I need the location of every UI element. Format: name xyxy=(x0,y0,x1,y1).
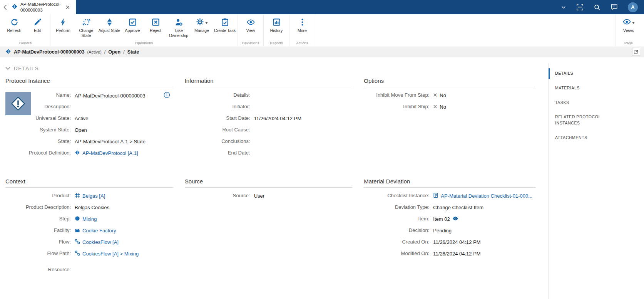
field-row: Root Cause: xyxy=(185,126,353,138)
protocol-diamond-icon xyxy=(5,49,11,55)
info-icon[interactable] xyxy=(164,92,170,99)
reject-button[interactable]: Reject xyxy=(144,16,167,33)
refresh-icon xyxy=(10,17,19,27)
adjust-state-button[interactable]: Adjust State xyxy=(98,16,121,33)
views-button[interactable]: Views xyxy=(617,16,640,33)
checklist-instance-link[interactable]: AP-Material Deviation Checklist-01-000..… xyxy=(441,193,532,199)
chevron-down-icon xyxy=(205,19,208,25)
product-link[interactable]: Belgas [A] xyxy=(82,193,105,199)
field-row: Conclusions: xyxy=(185,138,353,150)
ribbon-group-operations: Perform Change State Adjust State Approv… xyxy=(50,14,238,47)
ribbon-group-actions: More Actions xyxy=(289,14,315,47)
field-row: Protocol Definition: AP-MatDevProtocol [… xyxy=(5,150,173,161)
more-button[interactable]: More xyxy=(291,16,314,33)
flow-path-link[interactable]: CookiesFlow [A] > Mixing xyxy=(82,251,139,257)
field-row: Product: Belgas [A] xyxy=(5,192,173,204)
close-tab-icon[interactable] xyxy=(66,5,70,9)
breadcrumb-node-open: Open xyxy=(108,49,120,55)
field-value: Active xyxy=(75,115,173,122)
field-row: Resource: xyxy=(5,266,173,278)
field-value: AP-MatDevProtocol-A-1 > State xyxy=(75,138,173,145)
field-value xyxy=(254,126,353,134)
field-label: Flow: xyxy=(5,239,75,245)
field-row: Source: User xyxy=(185,192,353,204)
button-label: Take Ownership xyxy=(167,28,190,38)
field-label: Initiator: xyxy=(185,103,254,109)
field-row: Created On: 11/26/2024 04:12 PM xyxy=(364,239,535,250)
field-label: Details: xyxy=(185,92,254,98)
create-task-button[interactable]: Create Task xyxy=(213,16,236,33)
topbar-actions: A xyxy=(561,0,644,14)
ribbon-group-general: Refresh Edit General xyxy=(2,14,50,47)
section-information: Information Details: Initiator: Start Da… xyxy=(185,77,353,161)
chat-icon[interactable] xyxy=(611,3,618,11)
field-value: No xyxy=(440,104,446,110)
take-ownership-button[interactable]: Take Ownership xyxy=(167,16,190,38)
open-in-window-button[interactable] xyxy=(632,48,640,56)
breadcrumb: AP-MatDevProtocol-000000003 (Active) / O… xyxy=(0,47,644,57)
field-value xyxy=(75,266,173,274)
tab-protocol-instance[interactable]: AP-MatDevProtocol- 000000003 xyxy=(8,0,74,14)
chevron-down-icon[interactable] xyxy=(561,5,566,10)
perform-button[interactable]: Perform xyxy=(52,16,75,33)
field-label: Deviation Type: xyxy=(364,204,433,210)
field-label: Facility: xyxy=(5,227,75,233)
create-task-icon xyxy=(221,17,229,27)
details-panel: DETAILS Protocol Instance Name: AP-MatDe… xyxy=(0,57,549,299)
sidebar-item-attachments[interactable]: ATTACHMENTS xyxy=(549,131,622,145)
field-label: Modified On: xyxy=(364,250,433,256)
section-title: Source xyxy=(185,178,353,188)
back-chevron-icon[interactable] xyxy=(2,0,8,14)
history-button[interactable]: History xyxy=(265,16,288,33)
sidebar-item-tasks[interactable]: TASKS xyxy=(549,96,622,110)
sidebar-item-related-protocol-instances[interactable]: RELATED PROTOCOL INSTANCES xyxy=(549,110,622,131)
section-title: Context xyxy=(5,178,173,188)
flow-link[interactable]: CookiesFlow [A] xyxy=(82,239,119,245)
gear-icon xyxy=(196,17,204,27)
chevron-down-icon xyxy=(5,66,10,71)
facility-link[interactable]: Cookie Factory xyxy=(82,228,116,233)
sidebar-item-materials[interactable]: MATERIALS xyxy=(549,81,622,96)
field-label: Inhibit Ship: xyxy=(364,103,433,109)
field-value: AP-MatDevProtocol-000000003 xyxy=(75,93,146,99)
button-label: Refresh xyxy=(7,28,22,33)
field-row: Details: xyxy=(185,92,353,103)
approve-icon xyxy=(128,17,137,27)
button-label: View xyxy=(246,28,255,33)
button-label: Change State xyxy=(75,28,98,38)
section-context: Context Product: Belgas [A] Product Desc… xyxy=(5,178,173,278)
field-value: Belgas Cookies xyxy=(75,204,173,211)
button-label: Approve xyxy=(125,28,140,33)
edit-button[interactable]: Edit xyxy=(26,16,49,33)
ribbon-group-reports: History Reports xyxy=(264,14,289,47)
details-section-toggle[interactable]: DETAILS xyxy=(5,66,549,71)
field-value: User xyxy=(254,192,353,200)
change-state-button[interactable]: Change State xyxy=(75,16,98,38)
section-nav-sidebar: DETAILS MATERIALS TASKS RELATED PROTOCOL… xyxy=(549,63,644,299)
protocol-definition-link[interactable]: AP-MatDevProtocol [A.1] xyxy=(82,150,138,156)
reject-icon xyxy=(151,17,160,27)
refresh-button[interactable]: Refresh xyxy=(3,16,26,33)
group-label: Operations xyxy=(52,40,236,46)
flow-icon xyxy=(75,250,80,257)
group-label: Reports xyxy=(265,40,288,46)
section-material-deviation: Material Deviation Checklist Instance: A… xyxy=(364,178,535,278)
field-row: System State: Open xyxy=(5,126,173,138)
section-protocol-instance: Protocol Instance Name: AP-MatDevProtoco… xyxy=(5,77,173,161)
user-avatar[interactable]: A xyxy=(628,2,638,12)
group-label: Deviations xyxy=(239,40,262,46)
field-row: Flow Path: CookiesFlow [A] > Mixing xyxy=(5,250,173,262)
eye-icon[interactable] xyxy=(452,216,458,222)
scanner-icon[interactable] xyxy=(576,3,584,11)
field-label: Start Date: xyxy=(185,115,254,121)
search-icon[interactable] xyxy=(594,4,601,11)
step-link[interactable]: Mixing xyxy=(82,216,97,222)
button-label: Views xyxy=(623,28,634,33)
field-value: 11/26/2024 04:12 PM xyxy=(254,115,353,122)
view-button[interactable]: View xyxy=(239,16,262,33)
x-mark-icon xyxy=(433,92,437,98)
manage-button[interactable]: Manage xyxy=(190,16,213,33)
tab-title: AP-MatDevProtocol- 000000003 xyxy=(20,2,61,13)
sidebar-item-details[interactable]: DETAILS xyxy=(549,66,622,81)
approve-button[interactable]: Approve xyxy=(121,16,144,33)
